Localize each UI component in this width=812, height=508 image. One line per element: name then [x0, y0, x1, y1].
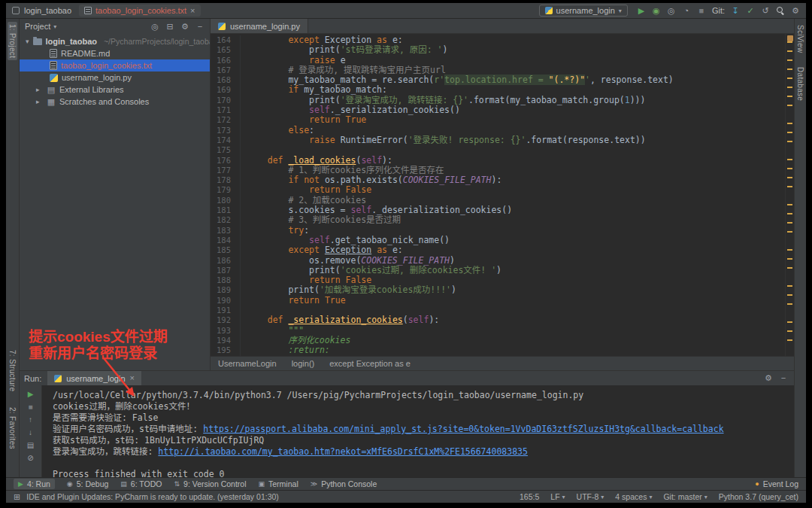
status-widget-lf[interactable]: LF▾	[550, 492, 565, 501]
console-link[interactable]: https://passport.alibaba.com/mini_apply_…	[203, 424, 723, 434]
console-output[interactable]: /usr/local/Cellar/python/3.7.4/bin/pytho…	[42, 385, 794, 477]
statusbar: ⊞ IDE and Plugin Updates: PyCharm is rea…	[6, 490, 806, 503]
tool-button-sciview[interactable]: SciView	[796, 25, 804, 53]
editor-tab-username-login[interactable]: username_login.py	[211, 19, 308, 33]
tool-button-2-favorites[interactable]: 2: Favorites	[8, 407, 17, 449]
stripe-mark	[787, 68, 792, 70]
file-tab-taobao-login-cookies[interactable]: taobao_login_cookies.txt ×	[79, 5, 201, 17]
down-stack-trace-icon[interactable]: ↓	[26, 429, 35, 437]
up-stack-trace-icon[interactable]: ↑	[26, 416, 35, 424]
chevron-collapsed-icon[interactable]: ▸	[36, 98, 43, 105]
line-number: 178	[211, 175, 241, 185]
status-widget-165-5[interactable]: 165:5	[520, 492, 539, 501]
tool-button-7-structure[interactable]: 7: Structure	[8, 350, 17, 391]
tree-item-readme-md[interactable]: README.md	[20, 47, 210, 59]
code-line: 165 print('st码登录请求, 原因: ')	[211, 45, 785, 55]
console-link[interactable]: http://i.taobao.com/my_taobao.htm?nekot=…	[158, 446, 528, 457]
locate-file-icon[interactable]: ◎	[150, 23, 159, 31]
settings-icon[interactable]: ⚙	[791, 7, 800, 15]
code-token: self	[408, 315, 429, 325]
tree-item-username-login-py[interactable]: username_login.py	[20, 71, 210, 84]
chevron-expanded-icon[interactable]: ▾	[26, 38, 29, 45]
toolwindow-button-4-run[interactable]: ▶4: Run	[14, 479, 55, 489]
coverage-icon[interactable]: ◎	[667, 7, 676, 15]
editor: username_login.py 164 except Exception a…	[211, 19, 794, 370]
editor-scrollbar[interactable]	[785, 34, 794, 356]
code-token: my_taobao_match = re.search(	[247, 75, 434, 85]
settings-icon[interactable]: ⚙	[180, 23, 189, 31]
code-token: )	[443, 44, 448, 55]
breadcrumb-item[interactable]: login()	[292, 359, 315, 368]
code-token: except	[288, 35, 320, 45]
stripe-mark	[787, 168, 792, 169]
toolwindow-button-python-console[interactable]: ≫Python Console	[311, 479, 377, 488]
status-widget-utf-8[interactable]: UTF-8▾	[577, 492, 604, 501]
breadcrumb-item[interactable]: except Exception as e	[329, 359, 411, 368]
code-token: # 3、判断cookies是否过期	[247, 214, 401, 225]
project-panel-title: Project	[25, 22, 50, 31]
code-token: )	[451, 284, 456, 295]
stripe-mark	[787, 132, 792, 133]
tool-button-1-project[interactable]: 1: Project	[8, 22, 17, 60]
status-widget-4-spaces[interactable]: 4 spaces▾	[615, 492, 652, 501]
editor-tab-label: username_login.py	[230, 22, 300, 31]
code-token	[341, 275, 346, 285]
toolwindow-button-terminal[interactable]: ▣Terminal	[259, 479, 298, 488]
run-config-selector[interactable]: username_login ▾	[539, 5, 628, 17]
ide-window: login_taobao taobao_login_cookies.txt × …	[6, 3, 806, 503]
run-header-actions: ⚙−	[764, 374, 788, 382]
collapse-all-icon[interactable]: ⊟	[165, 23, 174, 31]
run-icon[interactable]: ▶	[637, 7, 646, 15]
chevron-collapsed-icon[interactable]: ▸	[36, 86, 43, 93]
run-config-label: username_login	[556, 6, 615, 15]
clear-all-icon[interactable]: ⊘	[26, 455, 35, 462]
code-token: else	[288, 125, 309, 135]
code-token: print(	[247, 44, 341, 55]
breadcrumb-item[interactable]: UsernameLogin	[218, 359, 277, 368]
tree-item-scratches[interactable]: ▸ ▦ Scratches and Consoles	[20, 96, 210, 108]
status-widget-git-master[interactable]: Git: master▾	[663, 492, 707, 501]
toolwindow-button-label: Event Log	[763, 479, 798, 488]
toolwindow-button-label: 4: Run	[27, 479, 50, 488]
profiler-icon[interactable]: ◔	[682, 7, 691, 15]
code-token: raise	[309, 55, 335, 65]
tool-button-database[interactable]: Database	[796, 67, 804, 101]
inspections-indicator-icon[interactable]	[787, 35, 793, 41]
debug-icon[interactable]: ◉	[652, 7, 661, 15]
close-icon[interactable]: ×	[190, 7, 195, 15]
file-label: taobao_login_cookies.txt	[61, 61, 152, 70]
console-text: 登录淘宝成功，跳转链接:	[53, 446, 158, 457]
toolwindow-button-6-todo[interactable]: ▤6: TODO	[120, 479, 162, 488]
git-rollback-icon[interactable]: ↺	[761, 7, 770, 15]
git-update-icon[interactable]: ↧	[731, 7, 740, 15]
code-token: print(	[247, 265, 341, 275]
project-panel: Project ▾ ◎⊟⚙− ▾ login_taobao ~/PycharmP…	[20, 19, 211, 370]
print-icon[interactable]: ▤	[26, 442, 35, 449]
toolwindow-button-event-log[interactable]: ●Event Log	[755, 479, 798, 488]
stop-icon[interactable]: ■	[26, 403, 35, 411]
todo-icon: ▤	[120, 481, 127, 488]
git-commit-icon[interactable]: ✓	[746, 7, 755, 15]
rerun-icon[interactable]: ▶	[26, 391, 35, 398]
code-token	[341, 184, 346, 195]
stop-icon[interactable]: ■	[697, 7, 706, 15]
status-widget-python-3-7-query-cet[interactable]: Python 3.7 (query_cet)	[719, 492, 798, 501]
status-message[interactable]: IDE and Plugin Updates: PyCharm is ready…	[26, 492, 279, 501]
py-file-icon	[50, 74, 58, 82]
tree-item-root[interactable]: ▾ login_taobao ~/PycharmProjects/login_t…	[20, 35, 210, 47]
tree-item-taobao-login-cookies-txt[interactable]: taobao_login_cookies.txt	[20, 59, 210, 71]
code-lines[interactable]: 164 except Exception as e:165 print('st码…	[211, 34, 785, 356]
search-icon[interactable]	[776, 6, 785, 15]
tool-windows-toggle-icon[interactable]: ⊞	[14, 492, 20, 502]
toolwindow-button-5-debug[interactable]: ◉5: Debug	[67, 479, 108, 488]
tree-item-external-libraries[interactable]: ▸ ▤ External Libraries	[20, 84, 210, 96]
code-token: '登录淘宝成功, 跳转链接: {}'	[341, 95, 468, 105]
chevron-down-icon[interactable]: ▾	[53, 23, 56, 30]
file-label: README.md	[61, 49, 110, 58]
hide-icon[interactable]: −	[779, 374, 788, 382]
stripe-mark	[787, 105, 792, 106]
hide-icon[interactable]: −	[195, 23, 205, 31]
toolwindow-button-9-version-control[interactable]: ⇅9: Version Control	[174, 479, 247, 488]
settings-icon[interactable]: ⚙	[764, 374, 773, 382]
line-number: 177	[211, 166, 241, 175]
